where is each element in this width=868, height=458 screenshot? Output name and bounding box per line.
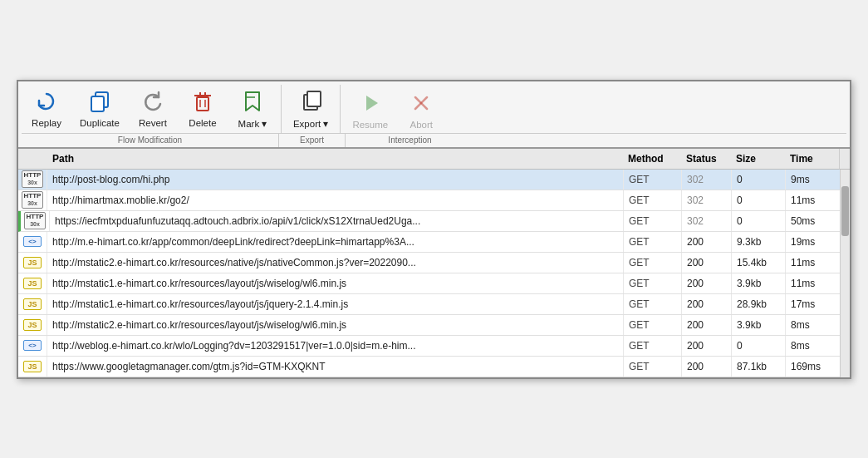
row-status-7: 200 [682, 315, 732, 335]
row-time-7: 8ms [786, 315, 840, 335]
row-badge-3: <> [18, 232, 47, 252]
row-method-0: GET [624, 170, 682, 190]
main-window: Replay Duplicate [17, 80, 851, 379]
row-badge-5: JS [18, 273, 47, 293]
row-time-0: 9ms [786, 170, 840, 190]
row-badge-4: JS [18, 253, 47, 273]
col-path: Path [47, 149, 623, 169]
interception-group: Resume Abort [341, 86, 446, 133]
toolbar-buttons-row: Replay Duplicate [18, 81, 850, 133]
abort-button[interactable]: Abort [396, 86, 446, 133]
row-method-8: GET [624, 336, 682, 356]
row-method-7: GET [624, 315, 682, 335]
revert-label: Revert [139, 118, 167, 128]
revert-button[interactable]: Revert [128, 85, 178, 133]
row-status-8: 200 [682, 336, 732, 356]
row-path-0: http://post-blog.com/hi.php [47, 170, 624, 190]
row-time-9: 169ms [786, 357, 840, 377]
row-badge-8: <> [18, 336, 47, 356]
row-size-2: 0 [732, 211, 786, 231]
duplicate-icon [86, 88, 113, 115]
row-method-9: GET [624, 357, 682, 377]
replay-button[interactable]: Replay [22, 85, 71, 133]
duplicate-button[interactable]: Duplicate [71, 85, 128, 133]
resume-button[interactable]: Resume [344, 86, 396, 133]
mark-button[interactable]: Mark ▾ [228, 85, 277, 133]
table-row[interactable]: JS http://mstatic1.e-himart.co.kr/resour… [18, 273, 840, 294]
row-size-3: 9.3kb [732, 232, 786, 252]
row-path-1: http://himartmax.moblie.kr/go2/ [47, 190, 624, 210]
col-size: Size [731, 149, 785, 169]
row-time-5: 11ms [786, 273, 840, 293]
row-size-9: 87.1kb [732, 357, 786, 377]
row-path-9: https://www.googletagmanager.com/gtm.js?… [47, 357, 624, 377]
row-path-5: http://mstatic1.e-himart.co.kr/resources… [47, 273, 624, 293]
svg-rect-10 [307, 91, 321, 106]
row-method-1: GET [624, 190, 682, 210]
replay-label: Replay [32, 118, 61, 128]
row-time-3: 19ms [786, 232, 840, 252]
row-size-4: 15.4kb [732, 253, 786, 273]
table-row[interactable]: JS http://mstatic2.e-himart.co.kr/resour… [18, 315, 840, 336]
row-path-7: http://mstatic2.e-himart.co.kr/resources… [47, 315, 624, 335]
row-badge-0: HTTP30x [18, 170, 47, 190]
export-group: Export ▾ [282, 85, 341, 133]
resume-label: Resume [352, 120, 388, 130]
toolbar-labels-row: Flow Modification Export Interception [22, 133, 846, 147]
row-badge-7: JS [18, 315, 47, 335]
col-time: Time [785, 149, 839, 169]
table-row[interactable]: <> http://weblog.e-himart.co.kr/wlo/Logg… [18, 336, 840, 357]
vertical-scrollbar[interactable] [840, 170, 850, 377]
table-rows: HTTP30x http://post-blog.com/hi.php GET … [18, 170, 840, 377]
export-icon [297, 88, 324, 115]
row-time-6: 17ms [786, 294, 840, 314]
row-time-2: 50ms [786, 211, 840, 231]
table-header: Path Method Status Size Time [18, 149, 839, 170]
table-row[interactable]: HTTP30x https://iecfmtxpduafunfuzutaqq.a… [18, 211, 840, 232]
export-label-group: Export [279, 134, 346, 147]
abort-label: Abort [409, 120, 433, 130]
table-row[interactable]: JS https://www.googletagmanager.com/gtm.… [18, 357, 840, 377]
table-row[interactable]: HTTP30x http://post-blog.com/hi.php GET … [18, 170, 840, 190]
row-badge-2: HTTP30x [21, 211, 50, 231]
table-row[interactable]: JS http://mstatic2.e-himart.co.kr/resour… [18, 253, 840, 273]
row-path-6: http://mstatic1.e-himart.co.kr/resources… [47, 294, 624, 314]
table-row[interactable]: JS http://mstatic1.e-himart.co.kr/resour… [18, 294, 840, 315]
row-status-4: 200 [682, 253, 732, 273]
row-time-8: 8ms [786, 336, 840, 356]
row-size-1: 0 [732, 190, 786, 210]
col-icon [18, 149, 47, 169]
delete-button[interactable]: Delete [178, 85, 228, 133]
row-status-2: 302 [682, 211, 732, 231]
row-size-8: 0 [732, 336, 786, 356]
row-method-3: GET [624, 232, 682, 252]
row-path-8: http://weblog.e-himart.co.kr/wlo/Logging… [47, 336, 624, 356]
duplicate-label: Duplicate [80, 118, 120, 128]
svg-marker-11 [366, 96, 378, 111]
flow-table: Path Method Status Size Time HTTP30x htt… [18, 149, 850, 377]
row-method-2: GET [624, 211, 682, 231]
row-status-5: 200 [682, 273, 732, 293]
row-size-6: 28.9kb [732, 294, 786, 314]
resume-icon [357, 90, 384, 116]
scrollbar-thumb[interactable] [841, 186, 849, 236]
table-row[interactable]: HTTP30x http://himartmax.moblie.kr/go2/ … [18, 190, 840, 211]
row-path-4: http://mstatic2.e-himart.co.kr/resources… [47, 253, 624, 273]
flow-modification-group: Replay Duplicate [22, 85, 282, 133]
row-size-7: 3.9kb [732, 315, 786, 335]
replay-icon [33, 88, 60, 115]
row-method-6: GET [624, 294, 682, 314]
row-badge-6: JS [18, 294, 47, 314]
delete-label: Delete [189, 118, 216, 128]
table-row[interactable]: <> http://m.e-himart.co.kr/app/common/de… [18, 232, 840, 253]
flow-modification-label: Flow Modification [22, 134, 279, 147]
row-status-1: 302 [682, 190, 732, 210]
row-time-1: 11ms [786, 190, 840, 210]
export-button[interactable]: Export ▾ [285, 85, 336, 133]
abort-icon [408, 90, 434, 116]
toolbar: Replay Duplicate [18, 81, 850, 149]
row-size-5: 3.9kb [732, 273, 786, 293]
row-time-4: 11ms [786, 253, 840, 273]
col-method: Method [623, 149, 681, 169]
scrollbar-header [839, 149, 850, 170]
